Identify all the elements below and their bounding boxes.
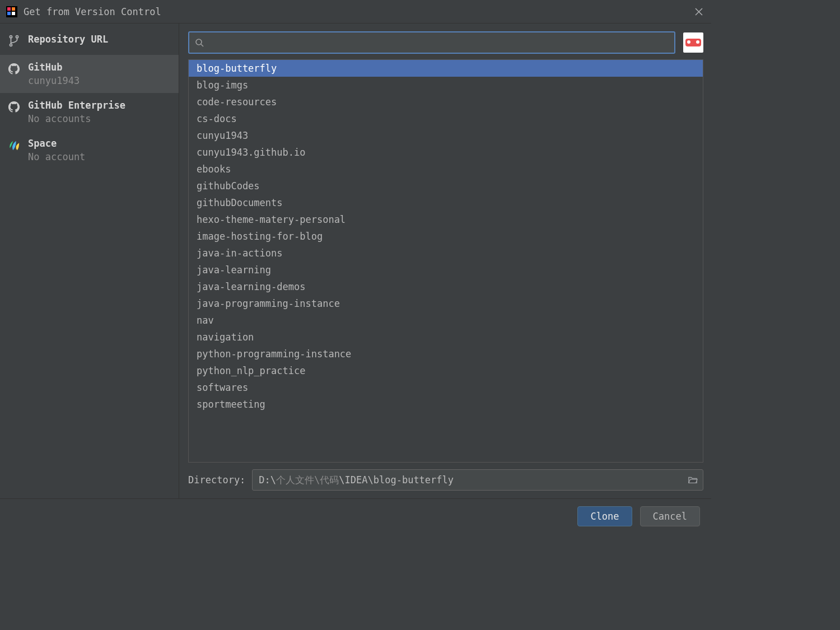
repo-item[interactable]: cunyu1943.github.io — [189, 144, 703, 161]
repo-item[interactable]: nav — [189, 312, 703, 329]
repo-item[interactable]: blog-imgs — [189, 77, 703, 94]
space-icon — [8, 139, 21, 152]
close-button[interactable] — [692, 5, 706, 18]
content: blog-butterflyblog-imgscode-resourcescs-… — [179, 24, 711, 498]
folder-icon[interactable] — [688, 475, 698, 485]
directory-input[interactable] — [252, 469, 703, 491]
sidebar-item-label: Repository URL — [28, 34, 108, 45]
repo-item[interactable]: python_nlp_practice — [189, 362, 703, 379]
repo-item[interactable]: sportmeeting — [189, 396, 703, 413]
search-row — [179, 24, 711, 59]
repo-item[interactable]: java-learning-demos — [189, 278, 703, 295]
sidebar-item-sublabel: No accounts — [28, 113, 125, 124]
repo-item[interactable]: softwares — [189, 379, 703, 396]
repo-item[interactable]: cunyu1943 — [189, 127, 703, 144]
repo-item[interactable]: blog-butterfly — [189, 60, 703, 77]
svg-point-8 — [16, 36, 18, 38]
search-icon — [195, 38, 204, 47]
search-input-wrap — [188, 31, 675, 54]
clone-button[interactable]: Clone — [577, 506, 632, 526]
svg-point-10 — [196, 39, 202, 45]
svg-point-9 — [10, 44, 12, 46]
cancel-button[interactable]: Cancel — [640, 506, 700, 526]
sidebar-item-space[interactable]: Space No account — [0, 131, 179, 169]
repo-item[interactable]: java-learning — [189, 262, 703, 278]
github-icon — [8, 63, 21, 76]
repo-item[interactable]: hexo-theme-matery-personal — [189, 211, 703, 228]
repo-item[interactable]: image-hosting-for-blog — [189, 228, 703, 245]
sidebar-item-label: Space — [28, 138, 85, 149]
svg-line-11 — [201, 44, 203, 46]
repo-item[interactable]: python-programming-instance — [189, 346, 703, 362]
repo-item[interactable]: java-programming-instance — [189, 295, 703, 312]
repo-list[interactable]: blog-butterflyblog-imgscode-resourcescs-… — [189, 60, 703, 462]
directory-label: Directory: — [188, 474, 245, 486]
search-input[interactable] — [188, 31, 675, 54]
avatar[interactable] — [683, 32, 703, 53]
sidebar: Repository URL GitHub cunyu1943 GitHub E — [0, 24, 179, 498]
app-icon — [6, 6, 18, 18]
repo-item[interactable]: navigation — [189, 329, 703, 346]
repo-item[interactable]: ebooks — [189, 161, 703, 178]
svg-point-7 — [10, 36, 12, 38]
sidebar-item-sublabel: No account — [28, 151, 85, 162]
sidebar-item-label: GitHub — [28, 62, 80, 73]
branch-icon — [8, 35, 21, 48]
repo-item[interactable]: cs-docs — [189, 110, 703, 127]
svg-rect-4 — [12, 12, 15, 15]
sidebar-item-sublabel: cunyu1943 — [28, 75, 80, 86]
directory-input-wrap: D:\个人文件\代码\IDEA\blog-butterfly — [252, 469, 703, 491]
sidebar-item-github-enterprise[interactable]: GitHub Enterprise No accounts — [0, 93, 179, 131]
svg-rect-2 — [12, 7, 15, 11]
repo-item[interactable]: githubDocuments — [189, 194, 703, 211]
window-title: Get from Version Control — [24, 6, 692, 17]
svg-rect-3 — [7, 12, 11, 15]
directory-row: Directory: D:\个人文件\代码\IDEA\blog-butterfl… — [179, 469, 711, 498]
main-area: Repository URL GitHub cunyu1943 GitHub E — [0, 24, 711, 498]
repo-item[interactable]: java-in-actions — [189, 245, 703, 262]
repo-item[interactable]: code-resources — [189, 94, 703, 110]
github-icon — [8, 101, 21, 114]
sidebar-item-label: GitHub Enterprise — [28, 100, 125, 111]
repo-item[interactable]: githubCodes — [189, 178, 703, 194]
titlebar: Get from Version Control — [0, 0, 711, 24]
repo-list-wrap: blog-butterflyblog-imgscode-resourcescs-… — [188, 59, 703, 463]
svg-rect-1 — [7, 7, 11, 11]
footer: Clone Cancel — [0, 498, 711, 533]
sidebar-item-github[interactable]: GitHub cunyu1943 — [0, 55, 179, 93]
sidebar-item-repository-url[interactable]: Repository URL — [0, 27, 179, 55]
